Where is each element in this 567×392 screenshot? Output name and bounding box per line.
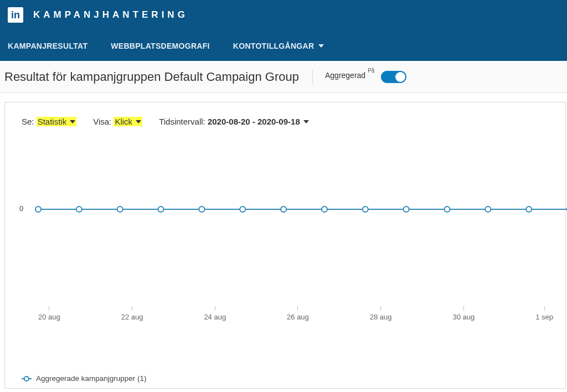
aggregated-label: Aggregerad (325, 71, 365, 80)
aggregated-state: På (368, 68, 374, 74)
data-point[interactable] (322, 207, 327, 212)
legend-label: Aggregerade kampanjgrupper (1) (36, 374, 147, 383)
chevron-down-icon (303, 120, 309, 123)
nav-account-assets[interactable]: KONTOTILLGÅNGAR (233, 42, 324, 50)
see-label: Se: (22, 117, 34, 126)
aggregated-toggle[interactable] (381, 71, 406, 83)
show-selector[interactable]: Klick (114, 117, 142, 126)
show-value: Klick (115, 117, 132, 126)
linkedin-logo-text: in (11, 9, 20, 21)
nav-item-label: WEBBPLATSDEMOGRAFI (111, 42, 210, 50)
line-chart: 0 20 aug22 aug24 aug26 aug28 aug30 aug1 … (22, 209, 549, 320)
x-axis-tick: 20 aug (38, 306, 60, 321)
data-point[interactable] (404, 207, 409, 212)
controls-row: Se: Statistik Visa: Klick Tidsintervall:… (22, 117, 549, 126)
interval-selector[interactable]: 2020-08-20 - 2020-09-18 (208, 117, 309, 126)
results-card: Se: Statistik Visa: Klick Tidsintervall:… (4, 102, 566, 389)
see-selector[interactable]: Statistik (37, 117, 77, 126)
interval-value: 2020-08-20 - 2020-09-18 (208, 117, 300, 126)
x-axis-ticks: 20 aug22 aug24 aug26 aug28 aug30 aug1 se… (38, 306, 553, 321)
see-value: Statistik (38, 117, 67, 126)
x-axis-tick: 24 aug (204, 306, 226, 321)
chevron-down-icon (70, 120, 75, 123)
data-point[interactable] (158, 207, 164, 212)
main-nav: KAMPANJRESULTAT WEBBPLATSDEMOGRAFI KONTO… (0, 30, 567, 61)
aggregated-toggle-group: Aggregerad På (325, 71, 406, 83)
nav-item-label: KONTOTILLGÅNGAR (233, 42, 315, 50)
data-point[interactable] (363, 207, 368, 212)
show-label: Visa: (93, 117, 111, 126)
page-title: Resultat för kampanjgruppen Default Camp… (4, 70, 313, 84)
data-point[interactable] (199, 207, 204, 212)
data-point[interactable] (117, 207, 123, 212)
chevron-down-icon (318, 44, 324, 48)
data-point[interactable] (240, 207, 245, 212)
x-axis-tick: 30 aug (452, 306, 475, 321)
chevron-down-icon (136, 120, 141, 123)
x-axis-tick: 22 aug (121, 306, 143, 321)
x-axis-tick: 1 sep (535, 306, 553, 321)
app-bar: in KAMPANJHANTERING (0, 0, 567, 30)
app-title: KAMPANJHANTERING (33, 9, 188, 20)
legend-marker-icon (22, 376, 32, 381)
data-point[interactable] (76, 207, 82, 212)
x-axis-tick: 28 aug (370, 306, 392, 321)
nav-item-label: KAMPANJRESULTAT (8, 42, 87, 50)
data-point[interactable] (35, 207, 41, 212)
data-point[interactable] (485, 207, 491, 212)
interval-label: Tidsintervall: (159, 117, 205, 126)
y-axis-tick: 0 (19, 204, 23, 213)
linkedin-logo: in (8, 7, 23, 23)
chart-svg (38, 205, 567, 214)
x-axis-tick: 26 aug (287, 306, 309, 321)
legend: Aggregerade kampanjgrupper (1) (22, 374, 147, 383)
data-point[interactable] (281, 207, 286, 212)
nav-campaign-results[interactable]: KAMPANJRESULTAT (8, 42, 87, 50)
subheader: Resultat för kampanjgruppen Default Camp… (0, 61, 567, 93)
nav-website-demography[interactable]: WEBBPLATSDEMOGRAFI (111, 42, 210, 50)
data-point[interactable] (444, 207, 450, 212)
data-point[interactable] (526, 207, 532, 212)
